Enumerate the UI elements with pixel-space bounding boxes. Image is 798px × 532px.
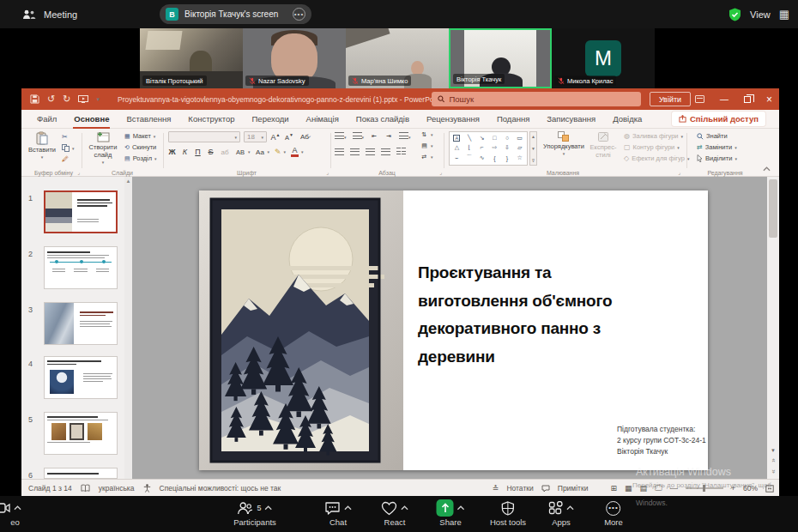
clipboard-dialog-launcher[interactable]: ⌟ [77,169,80,175]
text-direction-button[interactable]: ⇅▾ [420,131,433,138]
tab-design[interactable]: Конструктор [179,110,243,129]
format-painter-icon[interactable]: 🖉 [62,155,69,163]
columns-button[interactable] [396,148,406,156]
comments-button[interactable]: Примітки [558,484,589,493]
search-box[interactable] [432,92,641,106]
shrink-font-icon[interactable]: А▼ [284,132,294,142]
shape-effects-button[interactable]: ◇Ефекти для фігур▾ [624,154,689,162]
font-name-combobox[interactable]: ▾ [168,131,240,142]
convert-smartart-button[interactable]: ⇄▾ [420,154,433,160]
video-tile-vitalik[interactable]: Віталік Протоцький [140,28,243,88]
tab-view[interactable]: Подання [488,110,538,129]
security-shield-icon[interactable] [728,8,741,21]
clear-formatting-icon[interactable]: Аб̷ [298,133,311,141]
view-label[interactable]: View [750,9,771,20]
slide-thumbnail-1[interactable] [44,190,118,233]
shape-fill-button[interactable]: ◍Заливка фігури▾ [624,132,683,140]
highlight-color-button[interactable]: ✎▾ [275,148,286,156]
video-tile-viktoriia-active[interactable]: Вікторія Ткачук [449,28,552,88]
start-presentation-icon[interactable] [78,95,88,104]
tab-recording[interactable]: Записування [538,110,604,129]
more-button[interactable]: ••• More [604,499,623,527]
sign-in-button[interactable]: Увійти [650,92,691,106]
slide-thumbnail-2[interactable] [44,246,118,289]
section-button[interactable]: ▤Розділ▾ [124,154,157,162]
tab-home[interactable]: Основне [65,110,118,129]
tab-file[interactable]: Файл [28,110,65,129]
tab-help[interactable]: Довідка [604,110,650,129]
new-slide-button[interactable]: Створити слайд▾ [85,131,121,165]
slide-thumbnail-6[interactable] [44,468,118,479]
cut-icon[interactable]: ✂ [62,133,68,141]
restore-button[interactable] [744,96,751,103]
view-grid-icon[interactable]: ▦ [779,8,789,21]
line-spacing-button[interactable]: ▾ [399,132,411,141]
redo-icon[interactable]: ↻ [63,94,70,105]
slide-thumbnail-3[interactable] [44,302,118,345]
grow-font-icon[interactable]: А▲ [270,132,281,142]
increase-indent-icon[interactable]: ⇥ [384,133,393,140]
align-center-icon[interactable] [350,148,360,155]
bold-button[interactable]: Ж [168,148,176,156]
previous-slide-button[interactable]: « [769,458,777,462]
shape-outline-button[interactable]: ▢Контур фігури▾ [624,143,680,151]
spellcheck-book-icon[interactable] [81,484,90,493]
accessibility-icon[interactable] [143,484,151,493]
font-size-combobox[interactable]: 18▾ [244,131,267,142]
tab-slideshow[interactable]: Показ слайдів [348,110,418,129]
strikethrough-button[interactable]: S [207,148,215,156]
shapes-gallery[interactable]: А╲↘□○▭ △⌊⌐⇨⇩▱ ⌣⌒∿{}☆ [449,131,528,166]
scrollbar-thumb[interactable] [769,179,777,238]
paragraph-dialog-launcher[interactable]: ⌟ [439,169,442,175]
scroll-down-icon[interactable]: ▼ [771,448,776,453]
quick-access-more-icon[interactable]: ▾ [96,96,100,103]
share-screen-button[interactable]: Share [437,499,465,527]
undo-icon[interactable]: ↺ [47,94,55,105]
video-tile-mariana[interactable]: Мар'яна Шимко [346,28,449,88]
video-tile-mykola[interactable]: M Микола Крилас [552,28,655,88]
slide-author-block[interactable]: Підготувала студентка: 2 курсу групи СОТ… [617,424,706,458]
close-button[interactable]: × [766,94,772,106]
notes-button[interactable]: Нотатки [506,484,533,493]
share-options-icon[interactable]: ••• [293,8,305,21]
reset-button[interactable]: ⟲Скинути [124,143,156,151]
accessibility-status[interactable]: Спеціальні можливості: щось не так [160,484,281,493]
align-left-icon[interactable] [335,148,344,155]
change-case-button[interactable]: Аа▾ [256,148,270,156]
slide-thumbnail-4[interactable] [44,356,118,399]
shapes-gallery-scroll[interactable]: ▲▼⊽ [529,131,537,166]
current-slide[interactable]: Проєктування та виготовлення об'ємного д… [199,190,708,470]
next-slide-button[interactable]: » [769,469,777,473]
decrease-indent-icon[interactable]: ⇤ [370,133,378,140]
italic-button[interactable]: К [181,148,189,156]
text-shadow-icon[interactable]: аб [220,148,230,156]
drawing-dialog-launcher[interactable]: ⌟ [678,169,680,175]
screen-share-pill[interactable]: В Вікторія Ткачук's screen ••• [160,4,311,24]
react-button[interactable]: React [381,499,408,527]
align-text-button[interactable]: ▤▾ [420,142,433,149]
search-input[interactable] [449,94,635,104]
save-icon[interactable] [30,94,39,104]
apps-button[interactable]: Apps [548,499,574,527]
apps-chevron-icon[interactable] [566,505,574,511]
react-chevron-icon[interactable] [401,505,408,511]
host-tools-button[interactable]: Host tools [490,499,526,527]
thumbnail-scrollbar[interactable]: ▲ [124,177,132,479]
share-chevron-icon[interactable] [457,505,465,511]
video-button-partial[interactable]: ео [9,499,21,527]
find-button[interactable]: Знайти [697,132,728,140]
video-tile-nazar[interactable]: Nazar Sadovsky [243,28,346,88]
tab-review[interactable]: Рецензування [418,110,488,129]
layout-button[interactable]: ▦Макет▾ [124,132,155,140]
slide-sorter-view-icon[interactable]: ▦ [625,484,632,493]
underline-button[interactable]: П [194,148,202,156]
copy-button[interactable]: ▾ [62,144,75,152]
justify-icon[interactable] [381,148,390,155]
tab-insert[interactable]: Вставлення [118,110,179,129]
character-spacing-button[interactable]: АВ▾ [235,148,251,156]
vertical-scrollbar[interactable]: ▼ « » [767,177,779,479]
chat-button[interactable]: Chat [324,499,352,527]
slide-thumbnail-5[interactable] [44,412,118,455]
share-access-button[interactable]: Спільний доступ [672,112,765,126]
slide-title[interactable]: Проєктування та виготовлення об'ємного д… [418,259,656,372]
